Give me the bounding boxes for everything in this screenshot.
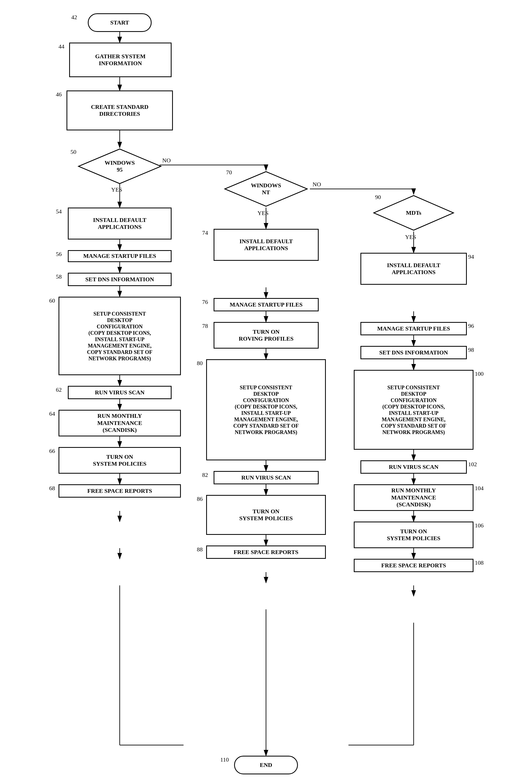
install74-shape: INSTALL DEFAULTAPPLICATIONS (214, 229, 319, 261)
gather-label: GATHER SYSTEMINFORMATION (95, 53, 146, 67)
virus102-ref: 102 (468, 461, 477, 468)
desktop80-label: SETUP CONSISTENTDESKTOPCONFIGURATION(COP… (233, 384, 299, 435)
win95-label: WINDOWS95 (104, 159, 135, 173)
startup56-label: MANAGE STARTUP FILES (83, 252, 156, 259)
gather-shape: GATHER SYSTEMINFORMATION (69, 43, 172, 77)
free108-label: FREE SPACE REPORTS (381, 562, 446, 569)
free88-label: FREE SPACE REPORTS (233, 549, 298, 556)
svg-text:NO: NO (162, 157, 171, 164)
free108-shape: FREE SPACE REPORTS (354, 559, 474, 572)
end-label: END (260, 762, 272, 769)
win95-ref: 50 (71, 149, 76, 155)
winnt-shape: WINDOWSNT (223, 170, 309, 208)
syspo106-shape: TURN ONSYSTEM POLICIES (354, 522, 474, 548)
free108-ref: 108 (475, 559, 484, 566)
desktop60-shape: SETUP CONSISTENTDESKTOPCONFIGURATION(COP… (58, 297, 181, 375)
svg-text:YES: YES (258, 210, 269, 216)
install94-ref: 94 (468, 253, 474, 260)
svg-text:YES: YES (111, 186, 122, 193)
startup96-label: MANAGE STARTUP FILES (377, 325, 450, 332)
dns98-ref: 98 (468, 346, 474, 354)
startup76-ref: 76 (202, 298, 208, 305)
virus102-shape: RUN VIRUS SCAN (360, 460, 467, 474)
monthly104-ref: 104 (475, 485, 484, 492)
svg-text:YES: YES (405, 234, 416, 240)
startup96-shape: MANAGE STARTUP FILES (360, 322, 467, 335)
start-ref: 42 (71, 14, 77, 21)
virus82-shape: RUN VIRUS SCAN (214, 471, 319, 484)
create-label: CREATE STANDARDDIRECTORIES (91, 104, 148, 118)
install54-ref: 54 (56, 208, 62, 215)
desktop100-ref: 100 (475, 370, 484, 377)
free68-ref: 68 (49, 485, 55, 492)
svg-text:NO: NO (313, 181, 321, 188)
dns58-label: SET DNS INFORMATION (85, 276, 154, 283)
gather-ref: 44 (58, 43, 64, 50)
monthly64-label: RUN MONTHLYMAINTENANCE(SCANDISK) (97, 412, 142, 434)
virus62-label: RUN VIRUS SCAN (95, 389, 145, 396)
start-label: START (110, 19, 129, 26)
desktop60-ref: 60 (49, 297, 55, 304)
end-ref: 110 (220, 756, 229, 763)
syspo66-label: TURN ONSYSTEM POLICIES (93, 453, 146, 467)
monthly64-shape: RUN MONTHLYMAINTENANCE(SCANDISK) (58, 410, 181, 437)
dns98-shape: SET DNS INFORMATION (360, 346, 467, 359)
free88-shape: FREE SPACE REPORTS (206, 545, 326, 559)
startup56-shape: MANAGE STARTUP FILES (68, 250, 172, 262)
virus102-label: RUN VIRUS SCAN (389, 463, 439, 470)
desktop80-shape: SETUP CONSISTENTDESKTOPCONFIGURATION(COP… (206, 359, 326, 460)
start-shape: START (88, 13, 151, 32)
fig-caption: FIG. 3 (239, 780, 259, 781)
win95-shape: WINDOWS95 (77, 148, 162, 185)
startup76-label: MANAGE STARTUP FILES (230, 301, 303, 308)
install74-label: INSTALL DEFAULTAPPLICATIONS (239, 238, 293, 252)
roving78-shape: TURN ONROVING PROFILES (214, 322, 319, 348)
desktop80-ref: 80 (197, 360, 203, 367)
startup56-ref: 56 (56, 251, 62, 257)
virus62-shape: RUN VIRUS SCAN (68, 386, 172, 399)
syspo106-label: TURN ONSYSTEM POLICIES (387, 528, 440, 542)
roving78-ref: 78 (202, 323, 208, 329)
free88-ref: 88 (197, 546, 203, 553)
monthly104-label: RUN MONTHLYMAINTENANCE(SCANDISK) (391, 487, 436, 508)
desktop100-label: SETUP CONSISTENTDESKTOPCONFIGURATION(COP… (381, 384, 446, 435)
startup96-ref: 96 (468, 323, 474, 329)
winnt-label: WINDOWSNT (251, 182, 281, 196)
install54-label: INSTALL DEFAULTAPPLICATIONS (93, 217, 146, 231)
startup76-shape: MANAGE STARTUP FILES (214, 298, 319, 311)
virus82-label: RUN VIRUS SCAN (241, 474, 291, 481)
install94-label: INSTALL DEFAULTAPPLICATIONS (387, 262, 441, 276)
diagram-container: YES NO YES NO YES (0, 0, 532, 781)
mdts-label: MDTs (406, 209, 422, 216)
end-shape: END (234, 756, 298, 774)
roving78-label: TURN ONROVING PROFILES (239, 328, 294, 342)
create-shape: CREATE STANDARDDIRECTORIES (66, 90, 173, 130)
syspo106-ref: 106 (475, 522, 484, 529)
create-ref: 46 (56, 91, 62, 98)
dns58-shape: SET DNS INFORMATION (68, 273, 172, 286)
syspo66-shape: TURN ONSYSTEM POLICIES (58, 447, 181, 474)
install74-ref: 74 (202, 230, 208, 236)
virus62-ref: 62 (56, 386, 62, 393)
install54-shape: INSTALL DEFAULTAPPLICATIONS (68, 208, 172, 240)
free68-shape: FREE SPACE REPORTS (58, 484, 181, 498)
monthly104-shape: RUN MONTHLYMAINTENANCE(SCANDISK) (354, 484, 474, 511)
install94-shape: INSTALL DEFAULTAPPLICATIONS (360, 253, 467, 285)
syspo86-label: TURN ONSYSTEM POLICIES (239, 508, 293, 522)
desktop100-shape: SETUP CONSISTENTDESKTOPCONFIGURATION(COP… (354, 370, 474, 450)
free68-label: FREE SPACE REPORTS (87, 488, 152, 494)
syspo86-ref: 86 (197, 495, 203, 502)
dns58-ref: 58 (56, 273, 62, 280)
monthly64-ref: 64 (49, 410, 55, 417)
virus82-ref: 82 (202, 471, 208, 479)
syspo66-ref: 66 (49, 448, 55, 454)
mdts-shape: MDTs (372, 194, 455, 232)
dns98-label: SET DNS INFORMATION (379, 349, 448, 356)
syspo86-shape: TURN ONSYSTEM POLICIES (206, 495, 326, 535)
desktop60-label: SETUP CONSISTENTDESKTOPCONFIGURATION(COP… (87, 311, 152, 362)
